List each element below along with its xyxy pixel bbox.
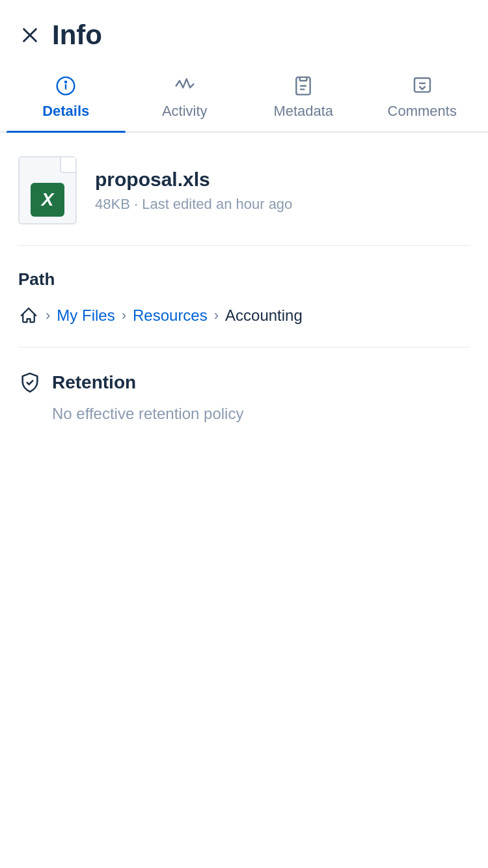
breadcrumb-separator-1: › (46, 307, 50, 324)
path-title: Path (18, 269, 470, 290)
tab-comments[interactable]: Comments (363, 64, 482, 131)
breadcrumb-accounting: Accounting (225, 306, 303, 325)
breadcrumb: › My Files › Resources › Accounting (18, 305, 470, 326)
path-section: Path › My Files › Resources › Accounting (0, 246, 488, 347)
tab-activity-label: Activity (162, 103, 208, 120)
tab-comments-label: Comments (388, 103, 457, 120)
close-icon[interactable] (18, 23, 42, 47)
retention-shield-icon (18, 371, 42, 394)
retention-header: Retention (18, 371, 470, 394)
breadcrumb-resources[interactable]: Resources (133, 306, 208, 325)
svg-rect-5 (300, 77, 307, 81)
header: Info (0, 0, 488, 64)
breadcrumb-separator-2: › (122, 307, 126, 324)
tab-details-label: Details (42, 103, 89, 120)
retention-section: Retention No effective retention policy (0, 347, 488, 444)
details-icon (54, 74, 77, 98)
activity-icon (173, 74, 197, 98)
breadcrumb-separator-3: › (214, 307, 219, 324)
tab-metadata-label: Metadata (273, 103, 333, 120)
tab-metadata[interactable]: Metadata (244, 64, 363, 131)
tab-bar: Details Activity Metadata (0, 64, 488, 133)
page-title: Info (52, 20, 102, 51)
file-info-section: X proposal.xls 48KB · Last edited an hou… (0, 133, 488, 245)
breadcrumb-my-files[interactable]: My Files (57, 306, 115, 325)
comments-icon (411, 74, 434, 98)
home-icon[interactable] (18, 305, 39, 326)
svg-point-4 (65, 81, 66, 83)
file-name: proposal.xls (95, 169, 292, 191)
file-meta: 48KB · Last edited an hour ago (95, 196, 292, 213)
file-details: proposal.xls 48KB · Last edited an hour … (95, 169, 292, 213)
metadata-icon (291, 74, 315, 98)
retention-subtitle: No effective retention policy (18, 405, 470, 423)
retention-title: Retention (52, 372, 136, 393)
excel-badge: X (31, 183, 64, 217)
tab-details[interactable]: Details (7, 64, 126, 131)
file-icon: X (18, 156, 77, 224)
tab-activity[interactable]: Activity (126, 64, 245, 131)
